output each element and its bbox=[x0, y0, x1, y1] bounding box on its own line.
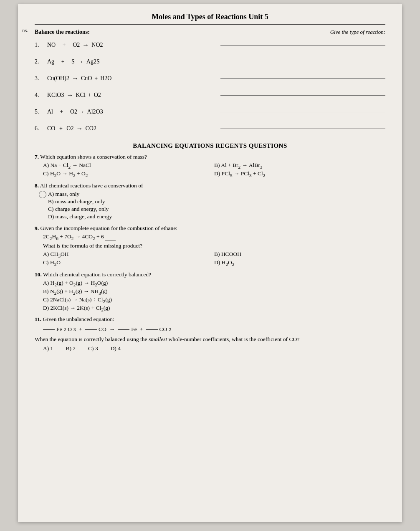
q10-text: 10. Which chemical equation is correctly… bbox=[35, 271, 385, 278]
q7-options: A) Na + Cl2 → NaCl B) Al + Br2 → AlBr3 C… bbox=[43, 162, 385, 178]
q11-num: 11. bbox=[35, 316, 41, 322]
rxn-line-4[interactable] bbox=[220, 95, 385, 96]
q10-optA: A) H2(g) + O2(g) → H2O(g) bbox=[43, 280, 385, 287]
rxn-text-3: Cu(OH)2 bbox=[47, 75, 69, 82]
reaction-row-3: 3. Cu(OH)2 → CuO + H2O bbox=[35, 72, 385, 85]
q9-options: A) CH3OH B) HCOOH C) H2O D) H2O2 bbox=[43, 251, 385, 267]
rxn-o2-6: O2 bbox=[66, 125, 73, 132]
q7-num: 7. bbox=[35, 154, 39, 160]
q11-blank1[interactable] bbox=[43, 329, 55, 330]
q10-options: A) H2(g) + O2(g) → H2O(g) B) N2(g) + H2(… bbox=[43, 280, 385, 312]
rxn-text-6: CO bbox=[47, 125, 55, 132]
q7-optB: B) Al + Br2 → AlBr3 bbox=[214, 162, 385, 169]
rxn-body-4: KClO3 → KCl + O2 bbox=[47, 91, 212, 99]
rxn-text-5: Al bbox=[47, 109, 53, 115]
q9-equation: 2C2H6 + 7O2 → 4CO2 + 6 ___ bbox=[43, 233, 385, 241]
q8-text: 8. All chemical reactions have a conserv… bbox=[35, 182, 385, 189]
rxn-product-1: NO2 bbox=[91, 42, 103, 48]
q10-optB: B) N2(g) + H2(g) → NH3(g) bbox=[43, 288, 385, 296]
rxn-plus-3: + bbox=[94, 75, 98, 82]
q8-num: 8. bbox=[35, 182, 39, 189]
q9-optC: C) H2O bbox=[43, 259, 214, 267]
instructions-left: Balance the reactions: bbox=[35, 29, 90, 35]
instructions-right: Give the type of reaction: bbox=[330, 29, 385, 35]
q8-circle bbox=[39, 191, 46, 198]
reaction-row-6: 6. CO + O2 → CO2 bbox=[35, 122, 385, 135]
rxn-line-2[interactable] bbox=[220, 62, 385, 62]
rxn-body-2: Ag + S → Ag2S bbox=[47, 58, 212, 66]
reaction-row-5: 5. Al + O2 → Al2O3 bbox=[35, 106, 385, 118]
rxn-line-5[interactable] bbox=[220, 112, 385, 112]
page: Moles and Types of Reactions Unit 5 ns. … bbox=[18, 4, 402, 522]
q8-optA: A) mass, only bbox=[48, 191, 112, 197]
q9-optA: A) CH3OH bbox=[43, 251, 214, 258]
q9-optD: D) H2O2 bbox=[214, 259, 385, 267]
page-title: Moles and Types of Reactions Unit 5 bbox=[35, 13, 385, 25]
q11-subtext: When the equation is correctly balanced … bbox=[35, 336, 385, 343]
rxn-product-6: CO2 bbox=[85, 125, 96, 132]
rxn-body-5: Al + O2 → Al2O3 bbox=[47, 109, 212, 115]
question-8: 8. All chemical reactions have a conserv… bbox=[35, 182, 385, 221]
rxn-line-1[interactable] bbox=[220, 45, 385, 46]
q8-options: A) mass, only B) mass and charge, only C… bbox=[48, 191, 112, 221]
rxn-text-4: KClO3 bbox=[47, 92, 64, 99]
q11-text: 11. Given the unbalanced equation: bbox=[35, 316, 385, 323]
rxn-plus-4: + bbox=[88, 92, 91, 99]
rxn-num-3: 3. bbox=[35, 75, 47, 82]
reaction-row-4: 4. KClO3 → KCl + O2 bbox=[35, 89, 385, 101]
rxn-product-4a: KCl bbox=[76, 92, 85, 99]
rxn-o2-1: O2 bbox=[73, 42, 80, 48]
reaction-row-2: 2. Ag + S → Ag2S bbox=[35, 56, 385, 68]
rxn-arrow-6: → bbox=[76, 125, 83, 132]
rxn-product-3a: CuO bbox=[81, 75, 92, 82]
question-11: 11. Given the unbalanced equation: Fe2O3… bbox=[35, 316, 385, 352]
q11-optD: D) 4 bbox=[111, 345, 121, 352]
rxn-plus-6: + bbox=[58, 125, 64, 132]
q8-optC: C) charge and energy, only bbox=[48, 206, 112, 212]
q7-optC: C) H2O → H2 + O2 bbox=[43, 170, 214, 178]
q7-optD: D) PCl5 → PCl3 + Cl2 bbox=[214, 170, 385, 178]
rxn-product-4b: O2 bbox=[94, 92, 101, 99]
q9-text: 9. Given the incomplete equation for the… bbox=[35, 225, 385, 232]
q10-optC: C) 2NaCl(s) → Na(s) ÷ Cl2(g) bbox=[43, 296, 385, 304]
q11-optA: A) 1 bbox=[43, 345, 53, 352]
rxn-plus-1: + bbox=[58, 42, 70, 48]
rxn-arrow-3: → bbox=[72, 75, 78, 82]
q11-optC: C) 3 bbox=[88, 345, 98, 352]
q11-blank2[interactable] bbox=[85, 329, 97, 330]
ns-label: ns. bbox=[22, 27, 28, 34]
rxn-num-1: 1. bbox=[35, 42, 47, 48]
q11-blank4[interactable] bbox=[146, 329, 158, 330]
q9-optB: B) HCOOH bbox=[214, 251, 385, 258]
q9-blank[interactable]: ___ bbox=[105, 233, 116, 240]
question-10: 10. Which chemical equation is correctly… bbox=[35, 271, 385, 312]
rxn-arrow-2: → bbox=[77, 58, 84, 66]
rxn-product-3b: H2O bbox=[100, 75, 111, 82]
rxn-num-4: 4. bbox=[35, 92, 47, 99]
rxn-line-3[interactable] bbox=[220, 78, 385, 79]
q11-optB: B) 2 bbox=[66, 345, 76, 352]
rxn-body-6: CO + O2 → CO2 bbox=[47, 125, 212, 132]
rxn-num-6: 6. bbox=[35, 125, 47, 132]
rxn-body-3: Cu(OH)2 → CuO + H2O bbox=[47, 75, 212, 82]
rxn-s-2: S bbox=[71, 58, 75, 65]
rxn-line-6[interactable] bbox=[220, 129, 385, 129]
rxn-num-5: 5. bbox=[35, 109, 47, 115]
question-7: 7. Which equation shows a conservation o… bbox=[35, 154, 385, 178]
rxn-product-5: Al2O3 bbox=[87, 109, 103, 115]
rxn-product-2: Ag2S bbox=[86, 58, 100, 65]
q11-blank3[interactable] bbox=[118, 329, 129, 330]
q9-subtext: What is the formula of the missing produ… bbox=[43, 243, 385, 249]
q11-options: A) 1 B) 2 C) 3 D) 4 bbox=[43, 345, 385, 352]
q7-text: 7. Which equation shows a conservation o… bbox=[35, 154, 385, 160]
q9-num: 9. bbox=[35, 225, 39, 231]
q10-optD: D) 2KCl(s) → 2K(s) + Cl2(g) bbox=[43, 305, 385, 312]
rxn-o2-5: O2 → bbox=[70, 109, 85, 115]
reaction-table: 1. NO + O2 → NO2 2. Ag + S → Ag2S bbox=[35, 39, 385, 135]
q8-optB: B) mass and charge, only bbox=[48, 198, 112, 205]
reaction-row: 1. NO + O2 → NO2 bbox=[35, 39, 385, 51]
rxn-plus-5: + bbox=[56, 109, 68, 115]
instructions-row: Balance the reactions: Give the type of … bbox=[35, 29, 385, 35]
rxn-arrow-1: → bbox=[82, 41, 89, 49]
rxn-text-1: NO bbox=[47, 42, 56, 48]
